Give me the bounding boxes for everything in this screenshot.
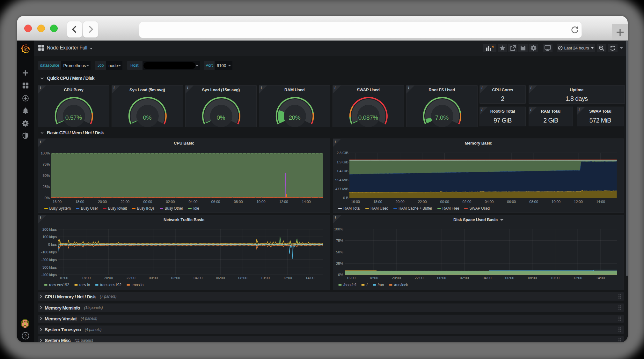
svg-text:14:00: 14:00 [305, 276, 314, 280]
svg-text:100%: 100% [334, 227, 343, 231]
svg-text:18:00: 18:00 [369, 276, 378, 280]
svg-text:08:00: 08:00 [238, 276, 247, 280]
svg-text:22:00: 22:00 [121, 200, 129, 204]
svg-text:-200 kbps: -200 kbps [41, 258, 57, 262]
svg-text:12:00: 12:00 [279, 200, 288, 204]
svg-text:02:00: 02:00 [463, 200, 472, 204]
svg-text:50%: 50% [336, 250, 343, 254]
svg-text:16:00: 16:00 [59, 276, 68, 280]
svg-text:04:00: 04:00 [483, 276, 492, 280]
svg-text:04:00: 04:00 [194, 276, 202, 280]
svg-text:25%: 25% [336, 262, 343, 266]
svg-text:00:00: 00:00 [149, 276, 158, 280]
svg-text:16:00: 16:00 [351, 200, 360, 204]
svg-text:08:00: 08:00 [528, 276, 537, 280]
svg-text:22:00: 22:00 [418, 200, 427, 204]
svg-text:-300 kbps: -300 kbps [41, 266, 57, 269]
svg-text:2.3 GiB: 2.3 GiB [337, 151, 348, 155]
svg-text:20:00: 20:00 [396, 200, 405, 204]
svg-text:50%: 50% [43, 174, 50, 177]
svg-text:12:00: 12:00 [573, 276, 582, 280]
svg-text:00:00: 00:00 [437, 276, 446, 280]
svg-text:00:00: 00:00 [440, 200, 449, 204]
svg-text:08:00: 08:00 [529, 200, 538, 204]
svg-text:12:00: 12:00 [283, 276, 292, 280]
svg-text:954 MiB: 954 MiB [335, 178, 348, 182]
svg-text:10:00: 10:00 [257, 200, 266, 204]
svg-text:10:00: 10:00 [261, 276, 270, 280]
svg-text:18:00: 18:00 [75, 200, 84, 204]
svg-text:10:00: 10:00 [551, 276, 560, 280]
svg-text:00:00: 00:00 [143, 200, 152, 204]
svg-text:0 bps: 0 bps [48, 243, 57, 246]
svg-text:14:00: 14:00 [596, 200, 605, 204]
svg-text:0 B: 0 B [343, 196, 348, 200]
svg-text:0%: 0% [45, 196, 50, 200]
svg-text:06:00: 06:00 [216, 276, 225, 280]
svg-text:22:00: 22:00 [414, 276, 423, 280]
svg-text:100 kbps: 100 kbps [42, 235, 57, 239]
svg-text:20:00: 20:00 [392, 276, 401, 280]
svg-text:-400 kbps: -400 kbps [41, 273, 57, 277]
svg-text:18:00: 18:00 [82, 276, 91, 280]
svg-text:16:00: 16:00 [53, 200, 62, 204]
svg-text:04:00: 04:00 [189, 200, 198, 204]
svg-text:477 MiB: 477 MiB [335, 187, 348, 191]
svg-text:20:00: 20:00 [104, 276, 113, 280]
svg-text:1.4 GiB: 1.4 GiB [337, 169, 348, 173]
svg-text:06:00: 06:00 [505, 276, 514, 280]
svg-text:10:00: 10:00 [552, 200, 560, 204]
svg-text:02:00: 02:00 [166, 200, 175, 204]
svg-text:25%: 25% [43, 185, 50, 189]
svg-text:18:00: 18:00 [373, 200, 382, 204]
svg-text:04:00: 04:00 [485, 200, 494, 204]
svg-text:200 kbps: 200 kbps [42, 228, 57, 231]
svg-text:12:00: 12:00 [574, 200, 583, 204]
svg-text:06:00: 06:00 [211, 200, 220, 204]
svg-text:-100 kbps: -100 kbps [41, 250, 57, 254]
svg-text:08:00: 08:00 [234, 200, 243, 204]
svg-text:100%: 100% [40, 151, 50, 155]
svg-text:14:00: 14:00 [596, 276, 605, 280]
svg-text:?: ? [24, 333, 27, 338]
svg-text:1.9 GiB: 1.9 GiB [337, 160, 348, 164]
svg-text:20:00: 20:00 [98, 200, 107, 204]
svg-text:02:00: 02:00 [171, 276, 180, 280]
svg-text:22:00: 22:00 [127, 276, 135, 280]
svg-text:75%: 75% [336, 239, 343, 243]
svg-text:75%: 75% [43, 162, 50, 166]
svg-text:14:00: 14:00 [302, 200, 311, 204]
svg-text:02:00: 02:00 [460, 276, 469, 280]
svg-text:06:00: 06:00 [507, 200, 516, 204]
svg-text:16:00: 16:00 [347, 276, 355, 280]
svg-text:0%: 0% [338, 273, 343, 277]
